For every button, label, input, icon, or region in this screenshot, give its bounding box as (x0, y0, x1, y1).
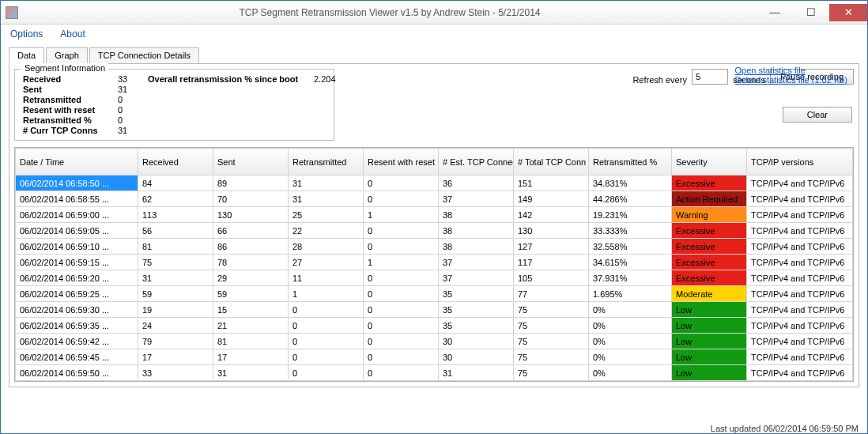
table-row[interactable]: 06/02/2014 06:59:25 ...59591035771.695%M… (16, 286, 853, 302)
cell-pct: 0% (589, 365, 672, 381)
cell-versions: TCP/IPv4 and TCP/IPv6 (747, 349, 853, 365)
cell-versions: TCP/IPv4 and TCP/IPv6 (747, 255, 853, 270)
cell-rr: 0 (364, 270, 439, 286)
cell-dt: 06/02/2014 06:59:05 ... (16, 223, 138, 239)
cell-rx: 56 (138, 223, 213, 239)
app-icon (6, 6, 18, 19)
menu-about[interactable]: About (60, 28, 85, 40)
tab-panel-data: Open statistics file Delete statistics f… (9, 63, 859, 387)
header-row[interactable]: Date / Time Received Sent Retransmitted … (16, 149, 853, 175)
cell-pct: 0% (589, 349, 672, 365)
cell-pct: 34.615% (589, 255, 672, 270)
val-curr-conns: 31 (118, 126, 148, 135)
tab-details[interactable]: TCP Connection Details (89, 47, 199, 64)
cell-tx: 15 (213, 302, 289, 318)
cell-tc: 151 (514, 175, 589, 191)
col-total-conn[interactable]: # Total TCP Conn (514, 149, 589, 175)
cell-dt: 06/02/2014 06:59:35 ... (16, 318, 138, 334)
cell-rx: 79 (138, 334, 213, 349)
cell-rt: 1 (289, 286, 364, 302)
cell-versions: TCP/IPv4 and TCP/IPv6 (747, 239, 853, 255)
col-resent-reset[interactable]: Resent with reset (364, 149, 439, 175)
cell-tx: 21 (213, 318, 289, 334)
col-received[interactable]: Received (138, 149, 213, 175)
cell-ec: 30 (439, 349, 514, 365)
col-sent[interactable]: Sent (213, 149, 289, 175)
cell-rt: 25 (289, 207, 364, 223)
table-row[interactable]: 06/02/2014 06:59:20 ...31291103710537.93… (16, 270, 853, 286)
lbl-overall: Overall retransmission % since boot (148, 74, 314, 84)
col-retransmitted[interactable]: Retransmitted (289, 149, 364, 175)
cell-rr: 0 (364, 349, 439, 365)
cell-dt: 06/02/2014 06:59:45 ... (16, 349, 138, 365)
cell-versions: TCP/IPv4 and TCP/IPv6 (747, 286, 853, 302)
cell-rr: 0 (364, 175, 439, 191)
cell-ec: 35 (439, 286, 514, 302)
table-row[interactable]: 06/02/2014 06:59:15 ...75782713711734.61… (16, 255, 853, 270)
cell-tc: 105 (514, 270, 589, 286)
close-button[interactable]: ✕ (829, 4, 867, 21)
menubar: Options About (1, 25, 867, 43)
cell-ec: 38 (439, 239, 514, 255)
val-received: 33 (118, 74, 148, 84)
cell-severity: Excessive (672, 223, 747, 239)
cell-versions: TCP/IPv4 and TCP/IPv6 (747, 270, 853, 286)
tab-strip: Data Graph TCP Connection Details (9, 47, 859, 63)
col-severity[interactable]: Severity (672, 149, 747, 175)
cell-dt: 06/02/2014 06:59:50 ... (16, 365, 138, 381)
cell-rr: 0 (364, 286, 439, 302)
clear-button[interactable]: Clear (783, 107, 852, 123)
cell-ec: 30 (439, 334, 514, 349)
cell-versions: TCP/IPv4 and TCP/IPv6 (747, 334, 853, 349)
table-row[interactable]: 06/02/2014 06:59:10 ...81862803812732.55… (16, 239, 853, 255)
cell-tx: 89 (213, 175, 289, 191)
cell-tx: 130 (213, 207, 289, 223)
cell-tc: 127 (514, 239, 589, 255)
table-row[interactable]: 06/02/2014 06:59:42 ...79810030750%LowTC… (16, 334, 853, 349)
minimize-button[interactable]: — (757, 4, 793, 21)
tab-data[interactable]: Data (9, 47, 44, 64)
col-retrans-pct[interactable]: Retransmitted % (589, 149, 672, 175)
cell-dt: 06/02/2014 06:58:50 ... (16, 175, 138, 191)
cell-pct: 1.695% (589, 286, 672, 302)
cell-rr: 0 (364, 239, 439, 255)
cell-rt: 0 (289, 334, 364, 349)
menu-options[interactable]: Options (10, 28, 43, 40)
table-row[interactable]: 06/02/2014 06:59:05 ...56662203813033.33… (16, 223, 853, 239)
cell-ec: 38 (439, 207, 514, 223)
table-row[interactable]: 06/02/2014 06:59:50 ...33310031750%LowTC… (16, 365, 853, 381)
col-datetime[interactable]: Date / Time (16, 149, 138, 175)
cell-pct: 44.286% (589, 191, 672, 207)
tab-graph[interactable]: Graph (46, 47, 88, 64)
data-grid[interactable]: Date / Time Received Sent Retransmitted … (14, 147, 854, 382)
refresh-interval-input[interactable] (692, 69, 728, 85)
cell-severity: Low (672, 318, 747, 334)
table-row[interactable]: 06/02/2014 06:59:30 ...19150035750%LowTC… (16, 302, 853, 318)
cell-rx: 75 (138, 255, 213, 270)
cell-severity: Low (672, 349, 747, 365)
cell-ec: 37 (439, 191, 514, 207)
cell-versions: TCP/IPv4 and TCP/IPv6 (747, 207, 853, 223)
cell-tx: 59 (213, 286, 289, 302)
table-row[interactable]: 06/02/2014 06:59:00 ...1131302513814219.… (16, 207, 853, 223)
maximize-button[interactable]: ☐ (793, 4, 829, 21)
open-stats-link[interactable]: Open statistics file (735, 66, 847, 75)
table-row[interactable]: 06/02/2014 06:59:35 ...24210035750%LowTC… (16, 318, 853, 334)
cell-tc: 75 (514, 365, 589, 381)
col-est-conn[interactable]: # Est. TCP Connections (439, 149, 514, 175)
file-links: Open statistics file Delete statistics f… (735, 66, 847, 85)
table-row[interactable]: 06/02/2014 06:59:45 ...17170030750%LowTC… (16, 349, 853, 365)
col-versions[interactable]: TCP/IP versions (747, 149, 853, 175)
cell-rr: 1 (364, 255, 439, 270)
cell-ec: 36 (439, 175, 514, 191)
cell-severity: Moderate (672, 286, 747, 302)
table-row[interactable]: 06/02/2014 06:58:55 ...62703103714944.28… (16, 191, 853, 207)
cell-severity: Excessive (672, 175, 747, 191)
delete-stats-link[interactable]: Delete statistics file (1.02 Kb) (735, 75, 847, 85)
cell-rx: 19 (138, 302, 213, 318)
table-row[interactable]: 06/02/2014 06:58:50 ...84893103615134.83… (16, 175, 853, 191)
cell-rt: 0 (289, 365, 364, 381)
cell-rt: 0 (289, 349, 364, 365)
refresh-label-pre: Refresh every (632, 75, 686, 85)
cell-pct: 0% (589, 302, 672, 318)
